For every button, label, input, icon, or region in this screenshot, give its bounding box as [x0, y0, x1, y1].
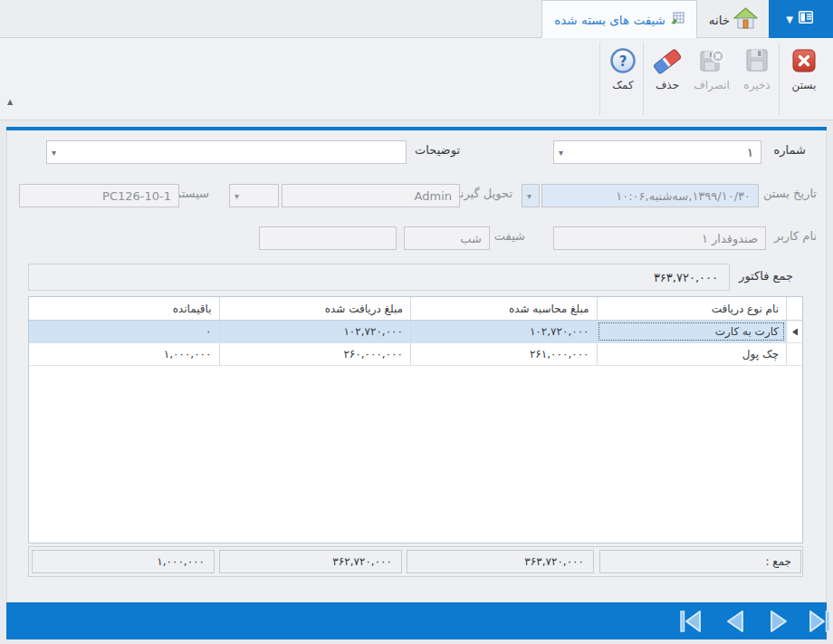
previous-record-button[interactable] [719, 609, 752, 634]
ribbon-toolbar: بستن ذخیره انصراف [0, 38, 833, 120]
shift-field[interactable]: شب [404, 226, 490, 250]
first-record-icon [675, 609, 708, 634]
summary-received: ۳۶۲,۷۲۰,۰۰۰ [332, 555, 392, 568]
number-value: ۱ [747, 146, 753, 159]
tab-home[interactable]: خانه [698, 2, 769, 37]
tab-closed-shifts-label: شیفت های بسته شده [554, 13, 665, 27]
toolbar-separator [779, 43, 780, 115]
summary-remaining: ۱,۰۰۰,۰۰۰ [157, 555, 205, 568]
system-value: PC126-10-1 [102, 189, 171, 203]
cancel-save-icon [696, 45, 727, 76]
help-icon: ? [608, 45, 638, 76]
chevron-down-icon: ▼ [786, 14, 793, 24]
column-header-payment-type[interactable]: نام نوع دریافت [597, 297, 787, 320]
shift-form-panel: شماره ۱ ▾ توضیحات ▾ تاریخ بستن ۱۳۹۹/۱۰/۳… [6, 130, 827, 602]
cancel-button[interactable]: انصراف [690, 45, 733, 114]
tab-closed-shifts[interactable]: شیفت های بسته شده [541, 0, 697, 38]
summary-remaining-box: ۱,۰۰۰,۰۰۰ [32, 550, 215, 573]
grid-row-card-to-card[interactable]: کارت به کارت ۱۰۲,۷۲۰,۰۰۰ ۱۰۲,۷۲۰,۰۰۰ ۰ [29, 321, 802, 343]
record-navigator [6, 602, 827, 639]
summary-calculated-box: ۳۶۳,۷۲۰,۰۰۰ [407, 550, 594, 573]
save-icon [742, 45, 772, 76]
ribbon-collapse-arrow[interactable]: ▲ [7, 98, 13, 106]
cancel-button-label: انصراف [694, 79, 729, 91]
delete-button-label: حذف [656, 79, 679, 91]
help-button[interactable]: ? کمک [601, 45, 645, 114]
column-header-calculated[interactable]: مبلغ محاسبه شده [410, 297, 597, 320]
chevron-down-icon[interactable]: ▾ [52, 148, 56, 158]
cell-calculated[interactable]: ۲۶۱,۰۰۰,۰۰۰ [410, 343, 597, 365]
close-button[interactable]: بستن [782, 45, 826, 114]
invoice-total-label: جمع فاکتور [739, 269, 793, 283]
close-date-value: ۱۳۹۹/۱۰/۳۰,سه‌شنبه,۱۰:۰۶ [616, 189, 751, 203]
shift-close-window: { "tab_bar": { "app_menu_button": { "ico… [0, 0, 833, 644]
closed-shift-grid-icon [670, 11, 685, 28]
username-field[interactable]: صندوقدار ۱ [553, 226, 766, 250]
invoice-total-value: ۳۶۳,۷۲۰,۰۰۰ [654, 271, 718, 284]
save-button[interactable]: ذخیره [735, 45, 779, 114]
help-button-label: کمک [612, 79, 633, 91]
tab-bar: شیفت های بسته شده خانه ▼ [0, 0, 833, 38]
close-icon [789, 45, 819, 76]
close-date-field[interactable]: ۱۳۹۹/۱۰/۳۰,سه‌شنبه,۱۰:۰۶ [541, 184, 759, 207]
close-date-dropdown-button[interactable]: ▾ [522, 184, 540, 207]
summary-label-box: جمع : [599, 550, 801, 573]
row-indicator [786, 343, 802, 365]
cell-remaining[interactable]: ۰ [29, 321, 219, 342]
number-label: شماره [774, 143, 806, 157]
app-menu-button[interactable]: ▼ [769, 0, 833, 38]
close-date-label: تاریخ بستن [763, 187, 817, 200]
tab-home-label: خانه [709, 13, 730, 27]
home-icon [733, 6, 758, 33]
cell-payment-type[interactable]: چک پول [597, 343, 787, 365]
cell-received[interactable]: ۲۶۰,۰۰۰,۰۰۰ [219, 343, 411, 365]
eraser-icon [652, 45, 683, 76]
previous-record-icon [719, 609, 752, 634]
payments-grid: نام نوع دریافت مبلغ محاسبه شده مبلغ دریا… [28, 296, 803, 543]
summary-label: جمع : [765, 555, 791, 568]
number-combo[interactable]: ۱ ▾ [553, 140, 761, 164]
svg-text:?: ? [619, 53, 627, 70]
username-value: صندوقدار ۱ [702, 232, 758, 245]
chevron-down-icon: ▾ [235, 191, 239, 201]
close-button-label: بستن [792, 79, 817, 91]
shift-extra-field[interactable] [259, 226, 397, 250]
cell-calculated[interactable]: ۱۰۲,۷۲۰,۰۰۰ [410, 321, 597, 342]
next-record-icon [762, 609, 795, 634]
username-label: نام کاربر [774, 229, 817, 243]
summary-received-box: ۳۶۲,۷۲۰,۰۰۰ [219, 550, 402, 573]
receiver-value: Admin [415, 189, 452, 203]
reading-pane-icon [798, 10, 816, 29]
cell-received[interactable]: ۱۰۲,۷۲۰,۰۰۰ [219, 321, 411, 342]
delete-button[interactable]: حذف [646, 45, 689, 114]
save-button-label: ذخیره [743, 79, 770, 91]
description-combo[interactable]: ▾ [46, 140, 407, 164]
next-record-button[interactable] [762, 609, 795, 634]
invoice-total-field: ۳۶۳,۷۲۰,۰۰۰ [28, 264, 730, 291]
last-record-icon [802, 609, 833, 634]
row-arrow-icon [791, 328, 799, 336]
grid-row-cheque[interactable]: چک پول ۲۶۱,۰۰۰,۰۰۰ ۲۶۰,۰۰۰,۰۰۰ ۱,۰۰۰,۰۰۰ [29, 343, 802, 366]
grid-summary-row: جمع : ۳۶۳,۷۲۰,۰۰۰ ۳۶۲,۷۲۰,۰۰۰ ۱,۰۰۰,۰۰۰ [28, 546, 803, 577]
shift-value: شب [460, 232, 482, 245]
summary-calculated: ۳۶۳,۷۲۰,۰۰۰ [524, 555, 584, 568]
current-row-indicator [786, 321, 802, 342]
system-field[interactable]: PC126-10-1 [19, 184, 179, 207]
column-header-received[interactable]: مبلغ دریافت شده [219, 297, 411, 320]
cell-remaining[interactable]: ۱,۰۰۰,۰۰۰ [29, 343, 219, 365]
cell-payment-type[interactable]: کارت به کارت [597, 321, 787, 342]
receiver-combo[interactable]: ▾ [229, 184, 279, 207]
chevron-down-icon: ▾ [527, 191, 531, 201]
toolbar-separator [599, 43, 600, 115]
row-indicator-header [786, 297, 802, 320]
column-header-remaining[interactable]: باقیمانده [29, 297, 219, 320]
grid-header-row: نام نوع دریافت مبلغ محاسبه شده مبلغ دریا… [29, 297, 802, 321]
receiver-field[interactable]: Admin [282, 184, 460, 207]
last-record-button[interactable] [802, 609, 833, 634]
chevron-down-icon[interactable]: ▾ [559, 148, 563, 158]
first-record-button[interactable] [675, 609, 708, 634]
shift-label: شیفت [494, 229, 525, 243]
description-label: توضیحات [415, 143, 460, 157]
